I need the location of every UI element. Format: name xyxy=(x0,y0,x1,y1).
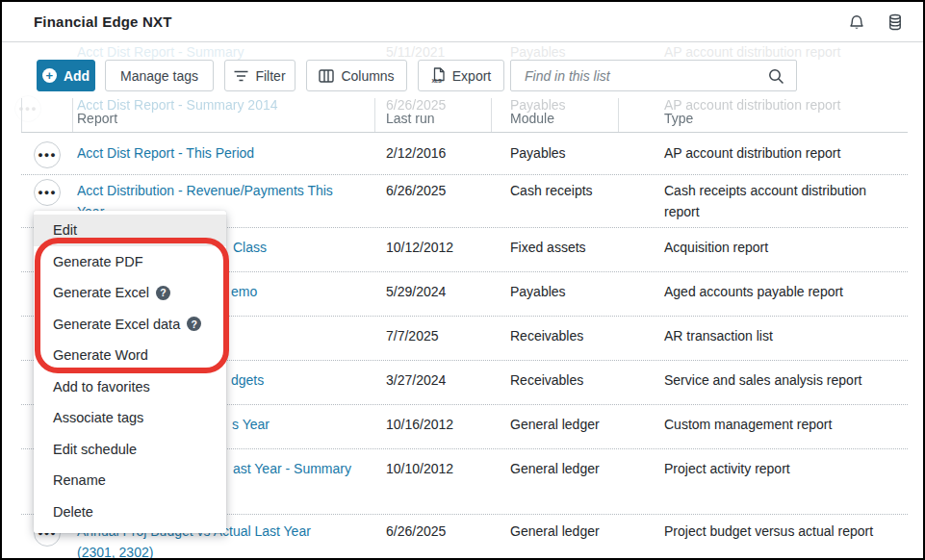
header-bottom-border xyxy=(21,132,908,133)
table-row: ●●●Acct Dist Report - This Period2/12/20… xyxy=(21,132,908,175)
header-separator xyxy=(374,98,375,132)
header-separator xyxy=(491,98,492,132)
help-icon[interactable]: ? xyxy=(156,286,170,300)
last-run-cell: 10/12/2012 xyxy=(386,237,453,258)
menu-item-generate-pdf[interactable]: Generate PDF xyxy=(34,246,226,278)
table-header: ReportLast runModuleType xyxy=(2,102,925,132)
manage-tags-label: Manage tags xyxy=(120,68,198,84)
module-cell: General ledger xyxy=(510,414,600,435)
type-cell: Acquisition report xyxy=(664,237,897,258)
filter-icon xyxy=(234,70,248,82)
type-cell: Service and sales analysis report xyxy=(664,369,897,391)
type-cell: Project activity report xyxy=(664,458,897,479)
menu-item-generate-excel[interactable]: Generate Excel? xyxy=(34,277,226,309)
report-link-visible-fragment[interactable]: dgets xyxy=(231,369,264,391)
module-cell: General ledger xyxy=(510,458,600,479)
type-cell: Custom management report xyxy=(664,414,897,435)
column-header-type[interactable]: Type xyxy=(664,111,693,126)
columns-button[interactable]: Columns xyxy=(306,60,407,91)
notifications-bell-icon[interactable] xyxy=(846,12,867,33)
type-cell: Project budget versus actual report xyxy=(664,521,897,542)
last-run-cell: 2/12/2016 xyxy=(386,142,446,164)
column-header-module[interactable]: Module xyxy=(510,111,554,126)
type-cell: Cash receipts account distribution repor… xyxy=(664,180,897,222)
help-icon[interactable]: ? xyxy=(187,317,201,331)
menu-item-label: Rename xyxy=(53,472,106,488)
module-cell: Cash receipts xyxy=(510,180,593,201)
menu-item-label: Add to favorites xyxy=(53,379,150,395)
menu-item-label: Generate PDF xyxy=(53,254,143,269)
report-link-visible-fragment[interactable]: s Year xyxy=(232,414,270,435)
menu-item-generate-excel-data[interactable]: Generate Excel data? xyxy=(34,309,226,341)
type-cell: AP account distribution report xyxy=(664,142,897,164)
menu-item-rename[interactable]: Rename xyxy=(34,465,226,496)
database-icon[interactable] xyxy=(885,12,906,33)
search-icon[interactable] xyxy=(768,68,784,85)
module-cell: Fixed assets xyxy=(510,237,586,258)
filter-button[interactable]: Filter xyxy=(224,60,295,91)
app-title: Financial Edge NXT xyxy=(34,2,172,41)
menu-item-label: Associate tags xyxy=(53,410,143,425)
menu-item-label: Generate Word xyxy=(53,347,148,363)
column-header-last-run[interactable]: Last run xyxy=(386,111,435,126)
filter-label: Filter xyxy=(255,68,285,84)
svg-text:XLS: XLS xyxy=(431,78,442,84)
financial-edge-nxt-window: Financial Edge NXT Acct Dist Report - Su… xyxy=(0,0,925,560)
report-link-visible-fragment[interactable]: Class xyxy=(233,237,267,258)
menu-item-generate-word[interactable]: Generate Word xyxy=(34,340,226,371)
last-run-cell: 5/29/2024 xyxy=(386,281,446,302)
manage-tags-button[interactable]: Manage tags xyxy=(105,60,214,91)
last-run-cell: 7/7/2025 xyxy=(386,325,439,346)
menu-item-edit[interactable]: Edit xyxy=(34,215,226,246)
last-run-cell: 3/27/2024 xyxy=(386,369,446,391)
row-actions-ellipsis-button[interactable]: ●●● xyxy=(34,141,61,168)
module-cell: Payables xyxy=(510,281,566,302)
last-run-cell: 6/26/2025 xyxy=(386,180,446,201)
module-cell: General ledger xyxy=(510,521,600,542)
menu-item-label: Generate Excel xyxy=(53,285,149,300)
search-input[interactable] xyxy=(511,61,796,90)
last-run-cell: 6/26/2025 xyxy=(386,521,446,542)
report-link-visible-fragment[interactable]: ast Year - Summary xyxy=(233,458,351,479)
header-separator xyxy=(72,98,73,132)
row-context-menu: EditGenerate PDFGenerate Excel?Generate … xyxy=(34,211,226,533)
menu-item-delete[interactable]: Delete xyxy=(34,496,226,528)
add-button-label: Add xyxy=(64,68,90,84)
menu-item-edit-schedule[interactable]: Edit schedule xyxy=(34,434,226,466)
column-header-report[interactable]: Report xyxy=(77,111,117,126)
header-separator xyxy=(618,98,619,132)
ghost-module: Payables xyxy=(510,44,566,60)
type-cell: Aged accounts payable report xyxy=(664,281,897,302)
row-actions-ellipsis-button[interactable]: ●●● xyxy=(34,179,61,206)
type-cell: AR transaction list xyxy=(664,325,897,346)
columns-label: Columns xyxy=(341,68,394,84)
last-run-cell: 10/16/2012 xyxy=(386,414,453,435)
add-button[interactable]: + Add xyxy=(37,60,95,91)
columns-icon xyxy=(319,69,334,83)
report-link-visible-fragment[interactable]: emo xyxy=(231,281,257,302)
ghost-last-run: 5/11/2021 xyxy=(386,44,445,60)
header-separator xyxy=(21,98,22,132)
module-cell: Receivables xyxy=(510,325,583,346)
top-bar: Financial Edge NXT xyxy=(2,2,923,42)
menu-item-associate-tags[interactable]: Associate tags xyxy=(34,402,226,434)
menu-item-label: Edit schedule xyxy=(53,442,137,457)
export-label: Export xyxy=(452,68,491,84)
menu-item-add-to-favorites[interactable]: Add to favorites xyxy=(34,371,226,403)
menu-item-label: Generate Excel data xyxy=(53,317,180,332)
ghost-type: AP account distribution report xyxy=(664,44,840,60)
module-cell: Receivables xyxy=(510,369,583,391)
module-cell: Payables xyxy=(510,142,566,164)
menu-item-label: Delete xyxy=(53,504,93,520)
export-button[interactable]: XLS Export xyxy=(418,60,504,91)
report-link[interactable]: Acct Dist Report - This Period xyxy=(77,142,351,164)
ghost-report-link: Acct Dist Report - Summary xyxy=(77,44,244,60)
find-in-list-search xyxy=(510,60,797,91)
export-xls-file-icon: XLS xyxy=(431,67,446,84)
plus-circle-icon: + xyxy=(42,68,57,83)
menu-item-label: Edit xyxy=(53,222,77,238)
last-run-cell: 10/10/2012 xyxy=(386,458,453,479)
